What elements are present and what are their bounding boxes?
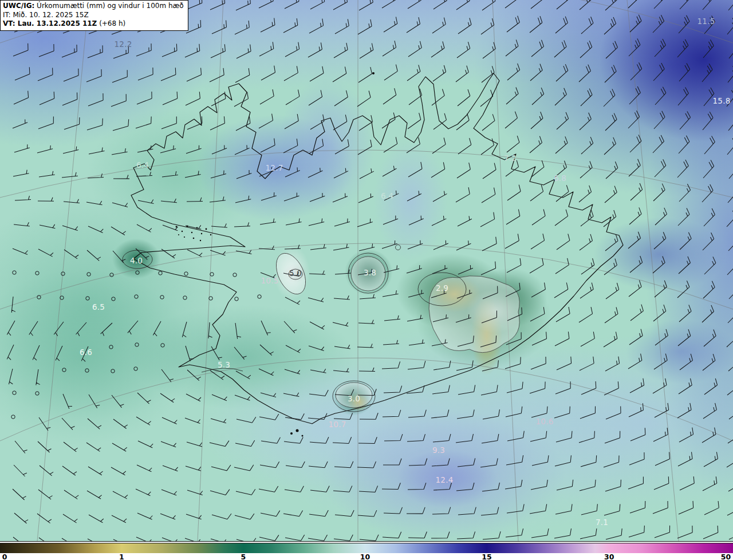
- product-title: Úrkomumætti (mm) og vindur i 100m hæð: [34, 2, 183, 10]
- calm-wind-symbol: [258, 295, 261, 298]
- calm-wind-symbol: [233, 273, 237, 277]
- precip-value-label: 15.8: [713, 96, 731, 105]
- calm-wind-symbol: [134, 367, 137, 370]
- precip-value-label: 5.3: [218, 360, 230, 369]
- calm-wind-symbol: [135, 295, 138, 298]
- precip-value-label: 6.5: [92, 302, 105, 311]
- calm-wind-symbol: [13, 271, 16, 274]
- precip-value-label: 3.0: [348, 394, 360, 403]
- colorbar-tick: 30: [604, 553, 614, 560]
- calm-wind-symbol: [62, 368, 66, 372]
- islands: [176, 72, 375, 437]
- calm-wind-symbol: [109, 345, 113, 349]
- colorbar-tick: 10: [360, 553, 370, 560]
- colorbar-tick: 0: [2, 553, 7, 560]
- colorbar-tick: 1: [119, 553, 124, 560]
- colorbar-tick: 5: [241, 553, 246, 560]
- colorbar-gradient: [0, 543, 733, 553]
- calm-wind-symbol: [209, 297, 212, 300]
- calm-wind-symbol: [235, 297, 238, 301]
- precip-value-label: 10.5: [261, 276, 279, 285]
- calm-wind-symbol: [184, 272, 188, 275]
- calm-wind-symbol: [135, 343, 139, 346]
- precip-value-label: 4.0: [130, 256, 143, 265]
- model-name: UWC/IG:: [3, 2, 34, 10]
- precip-value-label: 11.5: [697, 17, 715, 26]
- calm-wind-symbol: [161, 344, 164, 347]
- precip-value-label: 9.3: [432, 445, 445, 455]
- colorbar-tick: 15: [482, 553, 491, 560]
- precip-value-label: 6.4: [136, 160, 149, 169]
- calm-wind-symbol: [159, 271, 162, 275]
- weather-map-frame: 12.211.515.86.412.77.26.86.44.010.55.03.…: [0, 0, 733, 560]
- calm-wind-symbol: [87, 273, 90, 276]
- calm-wind-symbol: [13, 391, 16, 395]
- colorbar-tick: 50: [721, 553, 731, 560]
- precip-value-label: 10.7: [329, 420, 346, 429]
- calm-wind-symbol: [136, 271, 139, 274]
- calm-wind-symbol: [183, 296, 187, 299]
- forecast-offset: (+68 h): [97, 19, 125, 27]
- calm-wind-symbol: [85, 369, 89, 372]
- calm-wind-symbol: [210, 273, 214, 276]
- precip-value-label: 10.6: [536, 417, 554, 426]
- calm-wind-symbol: [160, 295, 164, 299]
- precip-value-label: 5.0: [289, 269, 302, 278]
- calm-wind-symbol: [36, 271, 39, 275]
- precip-value-label: 6.6: [80, 348, 92, 357]
- calm-wind-symbol: [86, 297, 89, 300]
- calm-wind-symbol: [36, 392, 39, 395]
- calm-wind-symbol: [111, 369, 115, 373]
- precip-value-label: 12.7: [266, 163, 283, 172]
- valid-time: VT: Lau. 13.12.2025 11Z: [3, 19, 97, 27]
- calm-wind-symbol: [11, 415, 15, 419]
- glacier-outlines: [270, 249, 519, 408]
- title-box: UWC/IG: Úrkomumætti (mm) og vindur i 100…: [0, 0, 188, 31]
- precip-value-label: 7.1: [596, 518, 608, 527]
- title-line: UWC/IG: Úrkomumætti (mm) og vindur i 100…: [3, 2, 184, 11]
- valid-time-line: VT: Lau. 13.12.2025 11Z (+68 h): [3, 19, 184, 29]
- precip-value-label: 12.4: [436, 475, 454, 484]
- init-time-line: IT: Mið. 10. 12. 2025 15Z: [3, 11, 184, 20]
- map-canvas: 12.211.515.86.412.77.26.86.44.010.55.03.…: [0, 0, 733, 542]
- precip-value-label: 6.8: [554, 173, 566, 183]
- calm-wind-symbol: [112, 297, 115, 301]
- precip-value-label: 12.2: [115, 40, 132, 49]
- precip-value-label: 6.4: [381, 191, 393, 200]
- colorbar: 01510153050: [0, 542, 733, 560]
- precip-value-label: 2.9: [436, 283, 448, 293]
- precip-value-label: 3.8: [364, 268, 376, 277]
- precip-value-label: 7.2: [504, 153, 517, 163]
